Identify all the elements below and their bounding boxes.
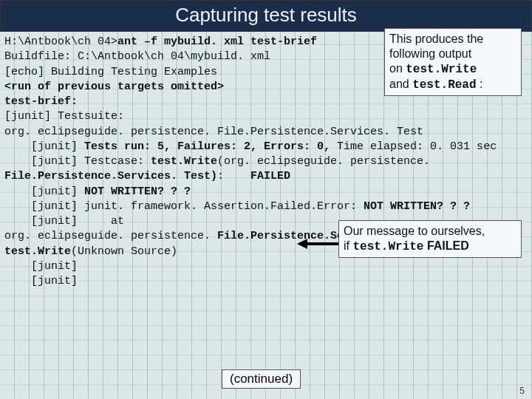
term-line: ant –f mybuild. xml test-brief	[117, 35, 317, 48]
callout-line: following output	[389, 47, 471, 60]
term-line: [junit]	[4, 274, 528, 289]
callout-code: test.Write	[406, 63, 477, 76]
term-line: [junit]	[4, 200, 84, 213]
term-line: [junit] Testsuite:	[4, 109, 528, 124]
term-line: test-brief:	[4, 95, 528, 109]
term-line: Time elapsed: 0. 031 sec	[337, 140, 497, 153]
callout-line: if	[344, 239, 352, 252]
callout-line: :	[477, 78, 483, 90]
term-line: [junit]	[4, 259, 528, 274]
term-line: File.Persistence.Services. Test)	[4, 170, 217, 183]
term-line: (Unknown Source)	[71, 245, 177, 258]
slide-number: 5	[519, 386, 525, 396]
continued-label: (continued)	[222, 369, 301, 389]
term-line: test.Write	[151, 155, 217, 168]
callout-line: and	[389, 78, 412, 90]
term-line: (org. eclipseguide. persistence.	[217, 155, 430, 168]
term-line: [junit] Testcase:	[4, 155, 151, 168]
term-line: NOT WRITTEN? ? ?	[364, 200, 470, 213]
callout-output: This produces the following output on te…	[384, 28, 522, 96]
term-line: org. eclipseguide. persistence. File.Per…	[4, 125, 528, 140]
term-line: FAILED	[250, 170, 290, 183]
callout-code: test.Read	[412, 78, 476, 92]
svg-marker-1	[297, 239, 307, 249]
term-line: NOT WRITTEN? ? ?	[84, 185, 191, 198]
term-line: [junit]	[4, 140, 84, 153]
callout-line: This produces the	[389, 33, 483, 45]
term-line: junit. framework. Assertion.Failed.Error…	[84, 200, 364, 213]
callout-line: Our message to ourselves,	[344, 225, 485, 237]
callout-message: Our message to ourselves, if test.Write …	[338, 220, 522, 258]
term-line: [junit]	[4, 185, 84, 198]
callout-line: FAILED	[423, 239, 468, 252]
term-line: :	[217, 170, 250, 183]
slide-title: Capturing test results	[0, 0, 532, 32]
callout-line: on	[389, 62, 406, 75]
term-line: org. eclipseguide. persistence.	[4, 230, 217, 242]
callout-code: test.Write	[352, 240, 423, 253]
term-line: H:\Antbook\ch 04>	[4, 35, 117, 48]
term-line: Tests run: 5, Failures: 2, Errors: 0,	[84, 140, 337, 153]
